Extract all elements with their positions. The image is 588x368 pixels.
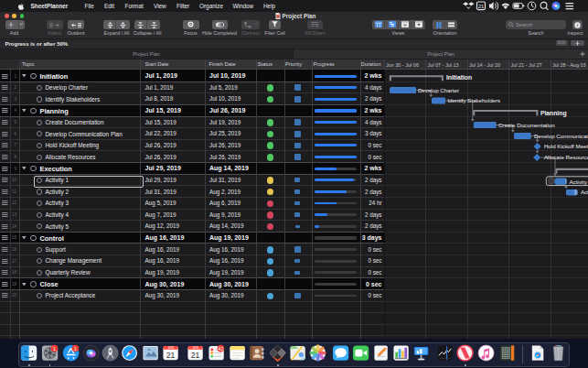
svg-text:21: 21 — [166, 351, 176, 360]
svg-text:21: 21 — [190, 351, 199, 360]
svg-text:Initiation: Initiation — [445, 74, 471, 81]
svg-text:Allocate Resources: Allocate Resources — [543, 154, 587, 160]
svg-text:Identify Stakeholders: Identify Stakeholders — [447, 97, 500, 103]
svg-text:Activity 2: Activity 2 — [580, 189, 587, 195]
svg-text:Hold Kickoff Meeting: Hold Kickoff Meeting — [543, 143, 587, 149]
svg-text:Planning: Planning — [540, 110, 566, 117]
svg-text:JUN: JUN — [192, 346, 198, 350]
svg-text:Develop Communication Plan: Develop Communication Plan — [533, 133, 587, 139]
svg-text:42: 42 — [218, 346, 223, 352]
svg-text:Plan: Plan — [535, 359, 540, 362]
svg-text:Develop Charter: Develop Charter — [417, 87, 458, 93]
svg-text:H: H — [404, 23, 407, 27]
svg-text:21: 21 — [478, 4, 485, 9]
svg-text:Activity 1: Activity 1 — [569, 179, 588, 185]
svg-text:Create Documentation: Create Documentation — [497, 122, 554, 128]
svg-text:JUN: JUN — [168, 346, 175, 350]
svg-text:1: 1 — [53, 346, 56, 352]
svg-text:1: 1 — [74, 346, 77, 352]
